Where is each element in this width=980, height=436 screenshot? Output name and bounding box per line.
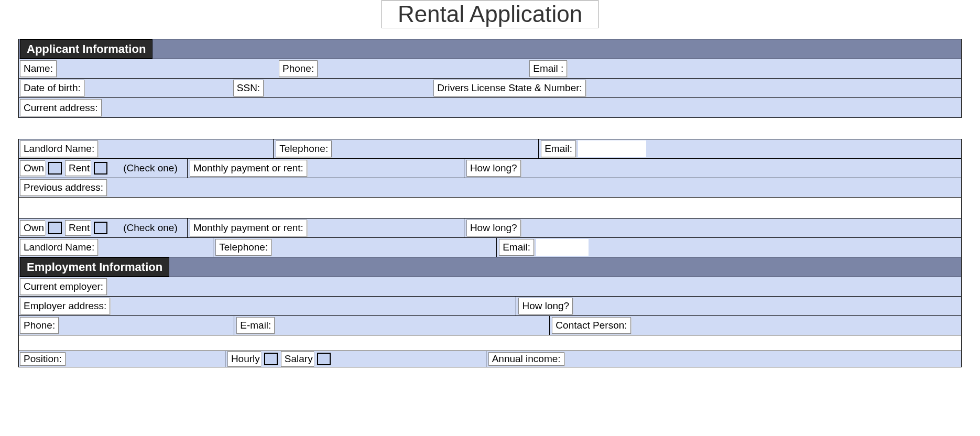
input-annual[interactable] — [565, 351, 961, 367]
label-email3: Email: — [499, 239, 534, 256]
label-emp-phone: Phone: — [20, 317, 59, 334]
input-ssn[interactable] — [265, 79, 432, 97]
section-residence: Landlord Name: Telephone: Email: Own Ren… — [18, 139, 962, 367]
label-own: Own — [20, 160, 45, 176]
input-email2[interactable] — [578, 140, 646, 157]
checkbox-own[interactable] — [48, 162, 62, 175]
input-emp-phone[interactable] — [60, 316, 233, 335]
label-dob: Date of birth: — [20, 80, 84, 96]
label-name: Name: — [20, 60, 57, 77]
input-prevaddr[interactable] — [108, 178, 961, 197]
label-emp-howlong: How long? — [518, 298, 573, 314]
label-dl: Drivers License State & Number: — [433, 80, 586, 96]
checkbox-rent[interactable] — [94, 162, 107, 175]
label-empaddr: Employer address: — [20, 298, 110, 314]
input-tel[interactable] — [333, 139, 537, 158]
label-monthly: Monthly payment or rent: — [190, 160, 307, 177]
input-name[interactable] — [58, 59, 278, 78]
checkbox-own2[interactable] — [48, 222, 62, 234]
section-header-applicant: Applicant Information — [20, 39, 153, 59]
input-monthly[interactable] — [308, 159, 463, 178]
input-dob[interactable] — [85, 79, 232, 97]
input-email[interactable] — [568, 59, 961, 78]
input-phone[interactable] — [319, 59, 528, 78]
label-ssn: SSN: — [233, 80, 264, 96]
label-phone: Phone: — [279, 60, 318, 77]
checkbox-salary[interactable] — [317, 353, 331, 365]
page-title: Rental Application — [382, 0, 598, 28]
label-curaddr: Current address: — [20, 99, 102, 116]
input-contact[interactable] — [632, 316, 961, 335]
input-curemployer[interactable] — [108, 277, 961, 296]
input-howlong2[interactable] — [522, 219, 961, 237]
label-curemployer: Current employer: — [20, 278, 107, 295]
label-monthly2: Monthly payment or rent: — [190, 220, 307, 236]
label-howlong2: How long? — [466, 220, 521, 236]
label-own2: Own — [20, 220, 45, 236]
label-rent: Rent — [65, 160, 91, 176]
input-howlong[interactable] — [522, 159, 961, 178]
input-position[interactable] — [67, 351, 224, 367]
input-landlord[interactable] — [99, 139, 272, 158]
label-prevaddr: Previous address: — [20, 179, 107, 196]
input-monthly2[interactable] — [308, 219, 463, 237]
label-rent2: Rent — [65, 220, 91, 236]
label-tel2: Telephone: — [215, 239, 271, 256]
input-landlord2[interactable] — [99, 238, 212, 257]
label-howlong: How long? — [466, 160, 521, 177]
label-emp-email: E-mail: — [236, 317, 275, 334]
label-checkone2: (Check one) — [120, 220, 181, 236]
input-email3[interactable] — [536, 239, 589, 256]
label-landlord: Landlord Name: — [20, 140, 98, 157]
input-dl[interactable] — [587, 79, 961, 97]
section-header-employment: Employment Information — [20, 257, 169, 277]
label-position: Position: — [20, 352, 66, 366]
input-emp-howlong[interactable] — [574, 297, 961, 315]
label-salary: Salary — [281, 351, 314, 367]
input-empaddr[interactable] — [111, 297, 515, 315]
section-applicant: Applicant Information Name: Phone: Email… — [18, 39, 962, 118]
input-emp-email[interactable] — [276, 316, 548, 335]
label-hourly: Hourly — [227, 351, 261, 367]
label-landlord2: Landlord Name: — [20, 239, 98, 256]
input-curaddr[interactable] — [103, 98, 961, 117]
checkbox-hourly[interactable] — [264, 353, 278, 365]
label-email2: Email: — [541, 140, 576, 157]
input-tel2[interactable] — [273, 238, 495, 257]
label-annual: Annual income: — [488, 352, 564, 366]
checkbox-rent2[interactable] — [94, 222, 107, 234]
label-tel: Telephone: — [276, 140, 332, 157]
label-checkone: (Check one) — [120, 160, 181, 177]
label-email: Email : — [529, 60, 567, 77]
label-contact: Contact Person: — [552, 317, 630, 334]
